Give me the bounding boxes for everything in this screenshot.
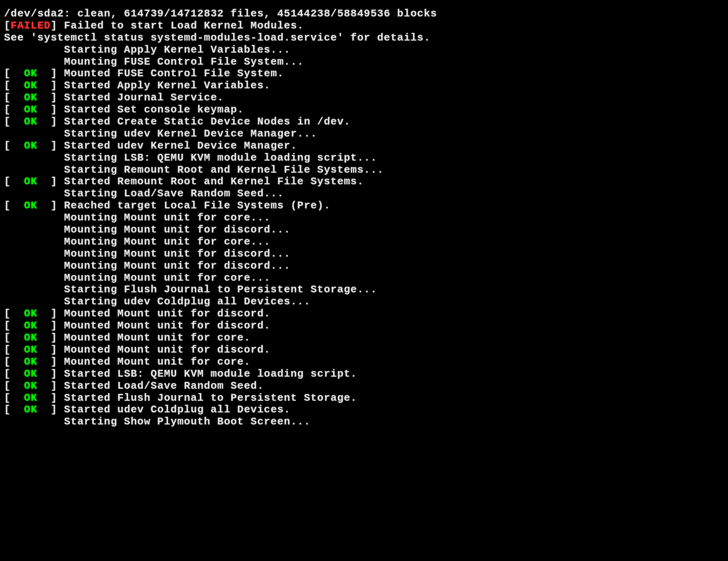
boot-line: [ OK ] Started Journal Service. <box>4 92 724 104</box>
boot-line: [ OK ] Mounted FUSE Control File System. <box>4 68 724 80</box>
status-ok: OK <box>24 140 37 152</box>
status-bracket: [ <box>4 20 11 32</box>
boot-message: Started LSB: QEMU KVM module loading scr… <box>64 368 357 380</box>
status-bracket: ] <box>37 404 64 416</box>
boot-message: Mounting Mount unit for core... <box>64 212 270 224</box>
status-bracket: [ <box>4 140 24 152</box>
boot-message: Starting udev Coldplug all Devices... <box>64 296 310 308</box>
boot-message: Starting Flush Journal to Persistent Sto… <box>64 284 377 296</box>
status-ok: OK <box>24 104 37 116</box>
boot-line: [ OK ] Started Load/Save Random Seed. <box>4 380 724 392</box>
boot-message: Started Load/Save Random Seed. <box>64 380 264 392</box>
boot-message: Mounted Mount unit for discord. <box>64 344 270 356</box>
boot-message: Starting Apply Kernel Variables... <box>64 44 291 56</box>
boot-message: Started Apply Kernel Variables. <box>64 80 270 92</box>
boot-message: Starting LSB: QEMU KVM module loading sc… <box>64 152 377 164</box>
boot-message: Mounting Mount unit for core... <box>64 272 270 284</box>
status-bracket: ] <box>37 175 64 188</box>
boot-line: Starting Apply Kernel Variables... <box>4 44 724 56</box>
status-ok: OK <box>24 356 37 368</box>
boot-line: Starting udev Kernel Device Manager... <box>4 128 724 140</box>
boot-line: [ OK ] Started Apply Kernel Variables. <box>4 80 724 92</box>
status-ok: OK <box>24 80 37 92</box>
boot-line: Mounting Mount unit for discord... <box>4 248 724 260</box>
boot-message: Mounted Mount unit for discord. <box>64 308 270 320</box>
boot-line: Mounting Mount unit for core... <box>4 272 724 284</box>
status-bracket: [ <box>4 320 24 332</box>
boot-line: [ OK ] Mounted Mount unit for core. <box>4 356 724 368</box>
status-bracket: [ <box>4 380 24 392</box>
boot-message: Started Flush Journal to Persistent Stor… <box>64 392 357 404</box>
boot-message: Starting udev Kernel Device Manager... <box>64 128 317 140</box>
boot-message: Started Journal Service. <box>64 92 224 104</box>
boot-message: Mounting Mount unit for discord... <box>64 224 291 236</box>
boot-line: Starting LSB: QEMU KVM module loading sc… <box>4 152 724 164</box>
boot-line: [ OK ] Mounted Mount unit for core. <box>4 332 724 344</box>
status-bracket: [ <box>4 332 24 344</box>
status-bracket: [ <box>4 92 24 104</box>
status-bracket: ] <box>37 392 64 404</box>
status-bracket: [ <box>4 104 24 116</box>
boot-message: Starting Load/Save Random Seed... <box>64 188 284 200</box>
boot-line: Starting Flush Journal to Persistent Sto… <box>4 284 724 296</box>
status-ok: OK <box>24 175 37 188</box>
boot-line: Mounting Mount unit for core... <box>4 212 724 224</box>
boot-message: Started udev Coldplug all Devices. <box>64 404 291 416</box>
boot-line: See 'systemctl status systemd-modules-lo… <box>4 32 724 44</box>
status-ok: OK <box>24 67 37 80</box>
boot-line: [ OK ] Mounted Mount unit for discord. <box>4 320 724 332</box>
status-bracket: ] <box>37 308 64 320</box>
boot-message: Reached target Local File Systems (Pre). <box>64 200 330 212</box>
boot-line: Starting Show Plymouth Boot Screen... <box>4 416 724 428</box>
status-bracket: ] <box>37 92 64 104</box>
boot-line: [ OK ] Mounted Mount unit for discord. <box>4 344 724 356</box>
boot-line: [ OK ] Started Flush Journal to Persiste… <box>4 392 724 404</box>
boot-line: Starting Remount Root and Kernel File Sy… <box>4 164 724 176</box>
boot-message: Started Create Static Device Nodes in /d… <box>64 116 350 128</box>
status-bracket: ] <box>37 67 64 80</box>
boot-message: Mounted Mount unit for core. <box>64 356 250 368</box>
boot-message: Mounted Mount unit for discord. <box>64 320 270 332</box>
boot-message: Mounting Mount unit for discord... <box>64 248 291 260</box>
boot-message: Starting Remount Root and Kernel File Sy… <box>64 164 384 176</box>
status-bracket: [ <box>4 175 24 188</box>
boot-message: Mounting FUSE Control File System... <box>64 56 304 68</box>
boot-line: Mounting FUSE Control File System... <box>4 56 724 68</box>
status-ok: OK <box>24 368 37 380</box>
status-bracket: ] <box>37 140 64 152</box>
status-bracket: [ <box>4 356 24 368</box>
boot-line: [ OK ] Started udev Coldplug all Devices… <box>4 404 724 416</box>
status-bracket: [ <box>4 80 24 92</box>
status-ok: OK <box>24 116 37 128</box>
status-bracket: ] <box>37 380 64 392</box>
boot-line: [ OK ] Reached target Local File Systems… <box>4 200 724 212</box>
status-bracket: ] <box>37 368 64 380</box>
status-bracket: ] <box>37 344 64 356</box>
status-bracket: ] <box>37 200 64 212</box>
status-bracket: [ <box>4 344 24 356</box>
status-bracket: [ <box>4 308 24 320</box>
boot-line: Starting udev Coldplug all Devices... <box>4 296 724 308</box>
status-bracket: ] <box>37 104 64 116</box>
status-ok: OK <box>24 200 37 212</box>
status-bracket: [ <box>4 368 24 380</box>
boot-message: Mounting Mount unit for discord... <box>64 260 291 272</box>
boot-message: See 'systemctl status systemd-modules-lo… <box>4 32 431 44</box>
boot-message: Started udev Kernel Device Manager. <box>64 140 297 152</box>
boot-line: [ OK ] Mounted Mount unit for discord. <box>4 308 724 320</box>
boot-line: [ OK ] Started LSB: QEMU KVM module load… <box>4 368 724 380</box>
status-ok: OK <box>24 404 37 416</box>
boot-line: Mounting Mount unit for discord... <box>4 260 724 272</box>
status-bracket: [ <box>4 404 24 416</box>
status-ok: OK <box>24 308 37 320</box>
status-bracket: ] <box>37 80 64 92</box>
boot-line: [FAILED] Failed to start Load Kernel Mod… <box>4 20 724 32</box>
boot-message: Failed to start Load Kernel Modules. <box>64 20 304 32</box>
boot-line: [ OK ] Started Remount Root and Kernel F… <box>4 176 724 188</box>
boot-line: [ OK ] Started Set console keymap. <box>4 104 724 116</box>
boot-line: /dev/sda2: clean, 614739/14712832 files,… <box>4 8 724 20</box>
status-ok: OK <box>24 380 37 392</box>
status-ok: OK <box>24 320 37 332</box>
status-ok: OK <box>24 92 37 104</box>
boot-message: Started Remount Root and Kernel File Sys… <box>64 175 364 188</box>
